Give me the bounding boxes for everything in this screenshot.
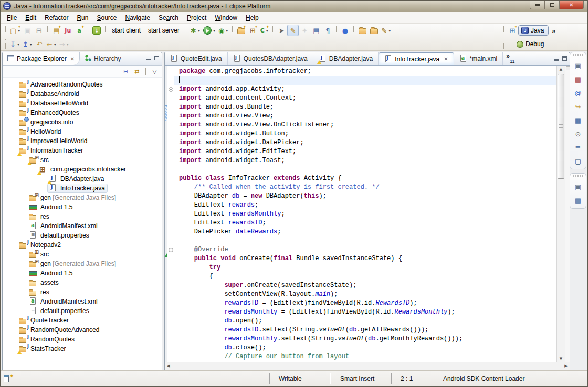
java-perspective-button[interactable]: J Java bbox=[518, 25, 549, 36]
tree-item-androidmanifest.xml[interactable]: aAndroidManifest.xml bbox=[27, 221, 100, 231]
print-button[interactable]: ⊟ bbox=[33, 25, 45, 36]
new-package-button[interactable]: ⊞✦ bbox=[247, 25, 258, 36]
save-button[interactable]: ▣ bbox=[22, 25, 33, 36]
tree-item-default.properties[interactable]: ≡default.properties bbox=[27, 231, 92, 240]
vertical-scroll-thumb[interactable] bbox=[558, 74, 564, 179]
new-android-xml-button[interactable]: a✦ bbox=[74, 25, 85, 36]
tree-item-informationtracker[interactable]: JInformationTracker bbox=[17, 146, 86, 155]
start-client-button[interactable]: start client bbox=[108, 26, 144, 35]
tree-item-notepadv2[interactable]: JNotepadv2 bbox=[17, 240, 64, 250]
view-tab-hierarchy[interactable]: Hierarchy bbox=[80, 52, 125, 65]
editor-tab--main.xml[interactable]: a*main.xml bbox=[454, 52, 503, 65]
perspective-overflow-chevron[interactable]: » bbox=[552, 27, 555, 35]
tree-item-databaseandroid[interactable]: JDatabaseAndroid bbox=[17, 89, 82, 99]
new-java-project-button[interactable]: ✦ bbox=[235, 25, 247, 36]
scroll-left-arrow[interactable]: ◀ bbox=[165, 362, 172, 370]
outline-view-button[interactable]: ▤ bbox=[573, 196, 583, 205]
editor-tab-overflow-chevron[interactable]: »11 bbox=[503, 52, 518, 65]
menu-window[interactable]: Window bbox=[211, 13, 242, 23]
menu-search[interactable]: Search bbox=[154, 13, 183, 23]
open-type-button[interactable]: ▤✦ bbox=[50, 25, 62, 36]
view-tab-package-explorer[interactable]: Package Explorer✕ bbox=[3, 52, 80, 65]
scroll-down-arrow[interactable]: ▼ bbox=[557, 355, 565, 362]
collapse-fold-icon[interactable]: − bbox=[169, 87, 173, 92]
external-tools-button[interactable]: ◉▾ bbox=[217, 25, 229, 36]
tree-item-infotracker.java[interactable]: JInfoTracker.java bbox=[47, 184, 108, 193]
minimize-button[interactable] bbox=[530, 1, 545, 9]
javadoc-view-button[interactable]: @ bbox=[573, 88, 583, 98]
tree-item-enhancedquotes[interactable]: JEnhancedQuotes bbox=[17, 108, 82, 117]
tree-item-src[interactable]: ⊞src bbox=[27, 155, 51, 165]
tree-item-improvedhelloworld[interactable]: JImprovedHelloWorld bbox=[17, 136, 90, 146]
tree-item-gen[interactable]: ⊞gen [Generated Java Files] bbox=[27, 259, 119, 268]
last-edit-location-button[interactable]: ↶ bbox=[34, 38, 45, 50]
search-button[interactable]: ✎▾ bbox=[380, 25, 392, 36]
drag-handle[interactable] bbox=[573, 175, 583, 177]
menu-refactor[interactable]: Refactor bbox=[40, 13, 72, 23]
show-selected-element-button[interactable]: ▤ bbox=[310, 25, 322, 36]
search-occurrences-button[interactable]: ✦ bbox=[299, 25, 310, 36]
maximize-view-button[interactable] bbox=[154, 56, 159, 60]
tree-item-helloworld[interactable]: JHelloWorld bbox=[17, 127, 64, 136]
debug-perspective-button[interactable]: Debug bbox=[514, 39, 548, 49]
open-perspective-button[interactable]: ⊞✦ bbox=[507, 25, 518, 36]
junit-button[interactable]: Ju bbox=[62, 25, 74, 36]
toggle-breadcrumb-button[interactable]: ➤ bbox=[276, 25, 287, 36]
show-whitespace-button[interactable]: ¶ bbox=[322, 25, 333, 36]
run-button[interactable]: ▶▾ bbox=[202, 25, 217, 36]
pin-editor-button[interactable]: ● bbox=[339, 25, 351, 36]
open-resource-button[interactable] bbox=[356, 25, 368, 36]
declaration-view-button[interactable]: ↪ bbox=[573, 102, 583, 111]
mark-occurrences-button[interactable]: ✎ bbox=[287, 25, 299, 36]
next-annotation-button[interactable]: ↧▾ bbox=[8, 38, 21, 50]
collapse-all-button[interactable]: ⊟ bbox=[121, 67, 131, 77]
menu-file[interactable]: File bbox=[3, 13, 21, 23]
back-button[interactable]: ←▾ bbox=[45, 38, 58, 50]
open-file-button[interactable] bbox=[368, 25, 380, 36]
tree-item-androidmanifest.xml[interactable]: aAndroidManifest.xml bbox=[27, 297, 100, 306]
tree-item-gregjacobs.info[interactable]: gregjacobs.info bbox=[17, 117, 76, 127]
restore-views-button[interactable]: ▣ bbox=[573, 61, 583, 70]
tree-item-android-1.5[interactable]: Android 1.5 bbox=[27, 268, 75, 278]
folding-margin[interactable]: −− bbox=[167, 66, 174, 362]
editor-tab-dbadapter.java[interactable]: JDBAdapter.java bbox=[313, 52, 379, 65]
tree-item-quotetracker[interactable]: JQuoteTracker bbox=[17, 316, 71, 325]
editor-tab-quotesdbadapter.java[interactable]: JQuotesDBAdapter.java bbox=[228, 52, 313, 65]
android-sdk-manager-button[interactable]: ↓ bbox=[91, 25, 102, 36]
menu-edit[interactable]: Edit bbox=[21, 13, 40, 23]
menu-run[interactable]: Run bbox=[72, 13, 92, 23]
close-tab-icon[interactable]: ✕ bbox=[444, 56, 448, 62]
horizontal-scrollbar[interactable]: ◀ ▶ bbox=[165, 362, 570, 370]
vertical-scrollbar[interactable]: ▲ ▼ bbox=[556, 66, 565, 362]
logcat-view-button[interactable]: ≡ bbox=[573, 143, 583, 152]
tree-item-android-1.5[interactable]: Android 1.5 bbox=[27, 202, 75, 212]
scroll-up-arrow[interactable]: ▲ bbox=[557, 66, 565, 72]
tree-item-randomquoteadvanced[interactable]: JRandomQuoteAdvanced bbox=[17, 325, 102, 335]
tree-item-assets[interactable]: assets bbox=[27, 278, 61, 287]
new-wizard-button[interactable]: ▢✦▾ bbox=[8, 25, 22, 36]
tree-item-statstracker[interactable]: JStatsTracker bbox=[17, 344, 69, 353]
problems-view-button[interactable]: ▦ bbox=[573, 115, 583, 125]
tree-item-gen[interactable]: ⊞gen [Generated Java Files] bbox=[27, 193, 119, 202]
close-view-icon[interactable]: ✕ bbox=[70, 56, 75, 62]
previous-annotation-button[interactable]: ↥▾ bbox=[21, 38, 34, 50]
maximize-editor-button[interactable] bbox=[562, 56, 567, 61]
tree-item-res[interactable]: res bbox=[27, 212, 52, 221]
console-view-button[interactable]: ▢ bbox=[573, 156, 583, 166]
error-log-view-button[interactable]: ▤ bbox=[573, 74, 583, 84]
tree-item-default.properties[interactable]: ≡default.properties bbox=[27, 306, 92, 316]
editor-tab-quoteedit.java[interactable]: JQuoteEdit.java bbox=[165, 52, 228, 65]
view-menu-button[interactable]: ▽ bbox=[150, 67, 160, 77]
menu-project[interactable]: Project bbox=[183, 13, 211, 23]
tree-item-databasehelloworld[interactable]: JDatabaseHelloWorld bbox=[17, 99, 91, 108]
close-button[interactable]: ✕ bbox=[560, 1, 584, 9]
forward-button[interactable]: →▾ bbox=[58, 38, 70, 50]
fast-view-icon[interactable]: ✦ bbox=[2, 372, 14, 385]
menu-help[interactable]: Help bbox=[242, 13, 263, 23]
history-view-button[interactable]: ⊙ bbox=[573, 129, 583, 138]
drag-handle[interactable] bbox=[573, 54, 583, 56]
tree-item-res[interactable]: res bbox=[27, 287, 52, 297]
collapse-fold-icon[interactable]: − bbox=[169, 248, 173, 252]
code-area[interactable]: package com.gregjacobs.infotracker;impor… bbox=[174, 66, 556, 362]
tree-item-com.gregjacobs.infotracker[interactable]: ⊞com.gregjacobs.infotracker bbox=[37, 165, 129, 174]
